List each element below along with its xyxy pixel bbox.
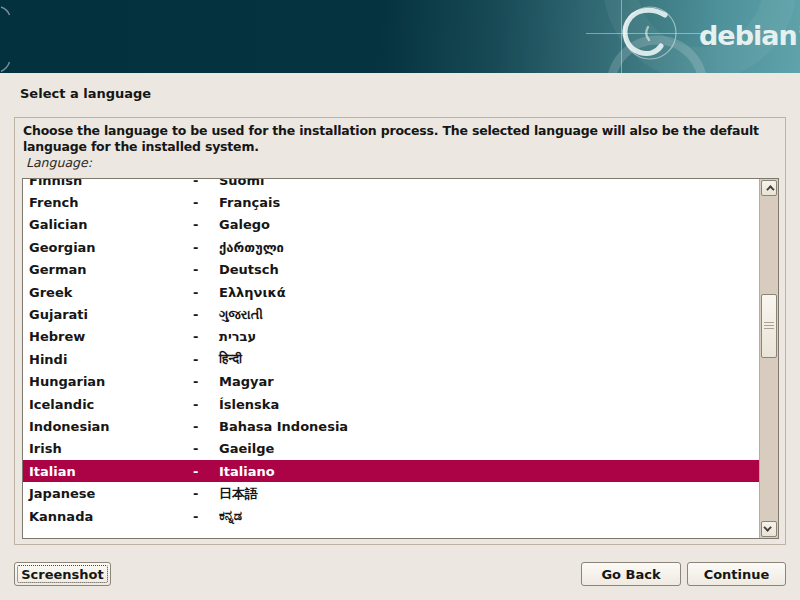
language-native-name: 日本語 xyxy=(219,485,759,503)
scrollbar-grip-icon xyxy=(764,322,774,330)
language-row[interactable]: Gujarati-ગુજરાતી xyxy=(23,303,759,325)
language-english-name: Italian xyxy=(29,464,193,479)
scrollbar-thumb[interactable] xyxy=(761,294,777,358)
language-english-name: Finnish xyxy=(29,179,193,188)
language-row[interactable]: Icelandic-Íslenska xyxy=(23,393,759,415)
language-separator: - xyxy=(193,262,219,277)
debian-swirl-logo-icon xyxy=(0,0,800,73)
chevron-down-icon xyxy=(763,523,771,531)
language-english-name: Icelandic xyxy=(29,397,193,412)
language-native-name: हिन्दी xyxy=(219,351,759,367)
language-separator: - xyxy=(193,419,219,434)
language-english-name: Georgian xyxy=(29,240,193,255)
language-english-name: Hungarian xyxy=(29,374,193,389)
continue-button-label: Continue xyxy=(704,567,770,582)
language-row[interactable]: French-Français xyxy=(23,191,759,213)
language-native-name: Gaeilge xyxy=(219,441,759,456)
language-separator: - xyxy=(193,464,219,479)
scroll-down-button[interactable] xyxy=(761,521,777,537)
language-english-name: Japanese xyxy=(29,486,193,501)
language-native-name: ქართული xyxy=(219,240,759,255)
language-english-name: Hindi xyxy=(29,352,193,367)
language-separator: - xyxy=(193,240,219,255)
language-english-name: Irish xyxy=(29,441,193,456)
language-row[interactable]: Hungarian-Magyar xyxy=(23,371,759,393)
language-list: Finnish-SuomiFrench-FrançaisGalician-Gal… xyxy=(22,178,779,539)
language-row[interactable]: Hebrew-עברית xyxy=(23,326,759,348)
scroll-up-button[interactable] xyxy=(761,180,777,196)
language-row[interactable]: Japanese-日本語 xyxy=(23,482,759,504)
language-english-name: Gujarati xyxy=(29,307,193,322)
language-native-name: ગુજરાતી xyxy=(219,307,759,323)
language-native-name: Bahasa Indonesia xyxy=(219,419,759,434)
dialog-description: Choose the language to be used for the i… xyxy=(23,123,780,155)
language-native-name: Suomi xyxy=(219,179,759,188)
language-separator: - xyxy=(193,217,219,232)
language-separator: - xyxy=(193,352,219,367)
language-row[interactable]: Indonesian-Bahasa Indonesia xyxy=(23,415,759,437)
go-back-button[interactable]: Go Back xyxy=(581,562,681,586)
language-english-name: Kannada xyxy=(29,509,193,524)
language-separator: - xyxy=(193,179,219,188)
language-separator: - xyxy=(193,486,219,501)
language-native-name: Italiano xyxy=(219,464,759,479)
language-native-name: Galego xyxy=(219,217,759,232)
language-separator: - xyxy=(193,441,219,456)
brand-name: debian xyxy=(699,20,797,51)
language-native-name: Magyar xyxy=(219,374,759,389)
continue-button[interactable]: Continue xyxy=(687,562,786,586)
dialog-frame: Choose the language to be used for the i… xyxy=(14,117,786,545)
language-english-name: German xyxy=(29,262,193,277)
language-native-name: ಕನ್ನಡ xyxy=(219,508,759,524)
language-separator: - xyxy=(193,285,219,300)
language-separator: - xyxy=(193,509,219,524)
screenshot-button-label: Screenshot xyxy=(21,567,104,582)
language-english-name: Greek xyxy=(29,285,193,300)
chevron-up-icon xyxy=(766,185,774,193)
language-separator: - xyxy=(193,195,219,210)
vertical-scrollbar[interactable] xyxy=(759,179,778,538)
language-row[interactable]: Finnish-Suomi xyxy=(23,179,759,191)
language-separator: - xyxy=(193,397,219,412)
language-separator: - xyxy=(193,374,219,389)
language-native-name: Ελληνικά xyxy=(219,285,759,300)
screenshot-button[interactable]: Screenshot xyxy=(14,562,111,586)
language-english-name: Hebrew xyxy=(29,329,193,344)
language-row[interactable]: Georgian-ქართული xyxy=(23,236,759,258)
language-row[interactable]: Irish-Gaeilge xyxy=(23,438,759,460)
language-row[interactable]: Galician-Galego xyxy=(23,214,759,236)
language-native-name: Íslenska xyxy=(219,397,759,412)
language-english-name: Galician xyxy=(29,217,193,232)
language-english-name: Indonesian xyxy=(29,419,193,434)
language-separator: - xyxy=(193,307,219,322)
language-row[interactable]: Greek-Ελληνικά xyxy=(23,281,759,303)
language-row[interactable]: Italian-Italiano xyxy=(23,460,759,482)
go-back-button-label: Go Back xyxy=(601,567,660,582)
installer-banner: debian8 xyxy=(0,0,800,73)
language-native-name: Deutsch xyxy=(219,262,759,277)
brand-wordmark: debian8 xyxy=(699,16,800,49)
language-row[interactable]: Hindi-हिन्दी xyxy=(23,348,759,370)
language-native-name: Français xyxy=(219,195,759,210)
language-separator: - xyxy=(193,329,219,344)
language-row[interactable]: Kannada-ಕನ್ನಡ xyxy=(23,505,759,527)
language-list-rows: Finnish-SuomiFrench-FrançaisGalician-Gal… xyxy=(23,179,759,527)
language-english-name: French xyxy=(29,195,193,210)
page-title: Select a language xyxy=(20,86,151,101)
language-field-label: Language: xyxy=(26,155,92,170)
language-row[interactable]: German-Deutsch xyxy=(23,259,759,281)
language-native-name: עברית xyxy=(219,329,759,344)
language-list-viewport: Finnish-SuomiFrench-FrançaisGalician-Gal… xyxy=(23,179,759,538)
